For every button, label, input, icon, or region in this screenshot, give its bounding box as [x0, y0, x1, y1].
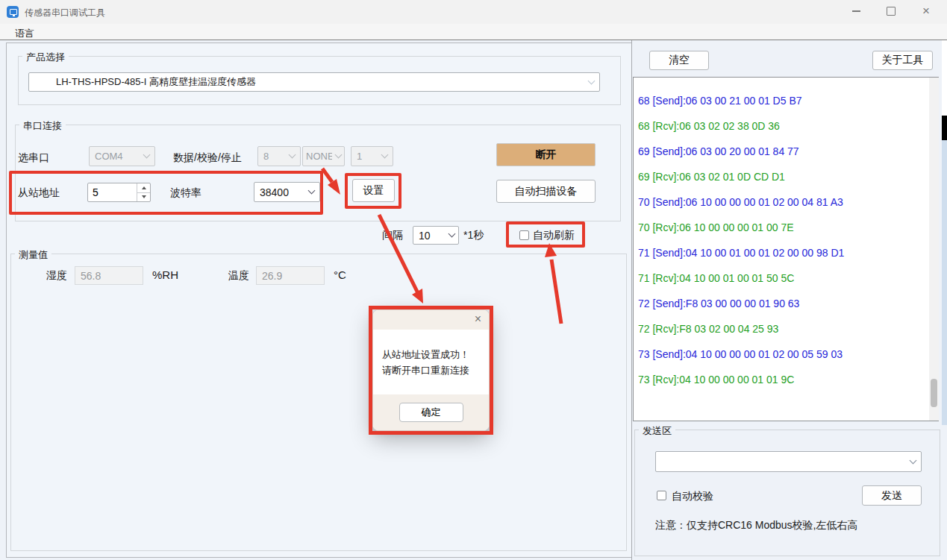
- send-group-label: 发送区: [639, 424, 675, 438]
- app-window: 传感器串口调试工具 × 语言 产品选择 LH-THS-HPSD-485-I 高精…: [0, 0, 947, 560]
- stopbits-value: 1: [351, 151, 376, 162]
- chevron-down-icon: [138, 147, 154, 166]
- clear-log-button[interactable]: 清空: [649, 51, 709, 70]
- chevron-down-icon: [332, 147, 344, 166]
- minimize-button[interactable]: [843, 1, 869, 21]
- chevron-down-icon: [445, 227, 458, 244]
- frame-label: 数据/校验/停止: [173, 151, 242, 165]
- auto-checksum-checkbox[interactable]: [657, 491, 666, 500]
- interval-value: 10: [413, 230, 445, 242]
- log-line: 71 [Rcv]:04 10 00 01 00 01 50 5C: [638, 265, 938, 291]
- humidity-unit: %RH: [152, 268, 178, 281]
- log-line: 72 [Send]:F8 03 00 00 00 01 90 63: [638, 291, 938, 316]
- port-label: 选串口: [18, 151, 49, 165]
- log-scrollbar-track[interactable]: [929, 78, 939, 421]
- databits-value: 8: [258, 151, 284, 162]
- window-scrollbar-track-lower: [942, 140, 947, 425]
- send-note: 注意：仅支持CRC16 Modbus校验,左低右高: [655, 519, 858, 532]
- log-line: 70 [Send]:06 10 00 00 00 01 02 00 04 81 …: [638, 189, 938, 215]
- stopbits-select[interactable]: 1: [351, 146, 393, 166]
- log-scrollbar-thumb[interactable]: [931, 379, 937, 407]
- log-line: 68 [Rcv]:06 03 02 02 38 0D 36: [638, 113, 938, 139]
- menu-bar: [0, 24, 947, 40]
- temp-unit: °C: [334, 268, 346, 281]
- log-line: 68 [Send]:06 03 00 21 00 01 D5 B7: [638, 88, 938, 113]
- send-button[interactable]: 发送: [862, 485, 922, 506]
- log-line: 73 [Rcv]:04 10 00 00 00 01 01 9C: [638, 367, 938, 392]
- maximize-button[interactable]: [878, 1, 904, 21]
- parity-value: NONE: [303, 151, 332, 162]
- chevron-down-icon: [376, 147, 393, 166]
- temp-field: 26.9: [256, 266, 325, 285]
- highlight-box-dialog: [369, 306, 493, 435]
- maximize-icon: [887, 7, 896, 16]
- send-input-combo[interactable]: [655, 451, 922, 472]
- humidity-field: 56.8: [75, 266, 143, 285]
- log-view[interactable]: 68 [Send]:06 03 00 21 00 01 D5 B7 68 [Rc…: [633, 77, 939, 421]
- measure-group-label: 测量值: [15, 248, 51, 262]
- log-line: 69 [Send]:06 03 00 20 00 01 84 77: [638, 139, 938, 164]
- scan-devices-button[interactable]: 自动扫描设备: [496, 180, 596, 203]
- humidity-label: 湿度: [46, 269, 67, 283]
- close-button[interactable]: ×: [913, 1, 939, 21]
- port-select-value: COM4: [90, 151, 138, 162]
- chevron-down-icon: [904, 452, 921, 471]
- log-line: 70 [Rcv]:06 10 00 00 00 01 00 7E: [638, 215, 938, 240]
- interval-label: 间隔: [382, 229, 403, 242]
- chevron-down-icon: [284, 147, 300, 166]
- title-bar: [0, 0, 947, 24]
- port-select[interactable]: COM4: [89, 146, 155, 166]
- product-select[interactable]: LH-THS-HPSD-485-I 高精度壁挂温湿度传感器: [28, 72, 600, 92]
- window-title: 传感器串口调试工具: [25, 7, 105, 19]
- measure-groupbox: [10, 254, 627, 551]
- window-scrollbar-track-bottom: [942, 425, 947, 560]
- log-line: 69 [Rcv]:06 03 02 01 0D CD D1: [638, 164, 938, 189]
- close-icon: ×: [922, 7, 930, 15]
- about-tool-button[interactable]: 关于工具: [872, 51, 933, 70]
- product-group-label: 产品选择: [22, 51, 69, 64]
- menu-item-language[interactable]: 语言: [12, 26, 37, 41]
- auto-checksum-label: 自动校验: [672, 490, 713, 503]
- databits-select[interactable]: 8: [257, 146, 301, 166]
- interval-unit-label: *1秒: [463, 229, 484, 242]
- highlight-box-auto-refresh: [506, 221, 585, 248]
- window-scrollbar-thumb[interactable]: [942, 116, 947, 140]
- log-line: 72 [Rcv]:F8 03 02 00 04 25 93: [638, 316, 938, 342]
- highlight-box-set-button: [345, 173, 401, 209]
- serial-group-label: 串口连接: [19, 119, 66, 133]
- disconnect-button[interactable]: 断开: [496, 143, 596, 166]
- chevron-down-icon: [583, 73, 599, 91]
- highlight-box-slave-baud: [9, 171, 323, 215]
- interval-select[interactable]: 10: [413, 226, 459, 245]
- log-line: 73 [Send]:04 10 00 00 00 01 02 00 05 59 …: [638, 342, 938, 367]
- temp-label: 温度: [228, 269, 249, 283]
- product-select-value: LH-THS-HPSD-485-I 高精度壁挂温湿度传感器: [29, 75, 583, 89]
- log-line: 71 [Send]:04 10 00 01 00 01 02 00 00 98 …: [638, 240, 938, 265]
- minimize-icon: [852, 10, 860, 11]
- parity-select[interactable]: NONE: [302, 146, 345, 166]
- app-icon: [7, 6, 19, 18]
